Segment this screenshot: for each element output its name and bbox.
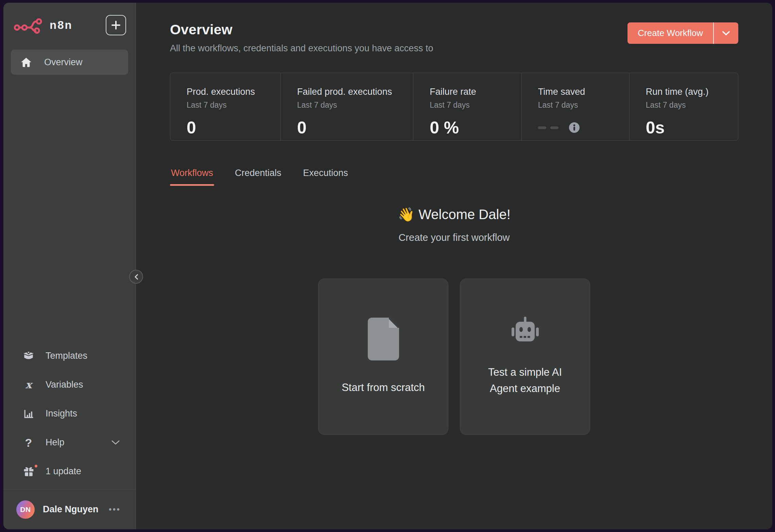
welcome-section: 👋 Welcome Dale! Create your first workfl… bbox=[170, 207, 738, 435]
card-label-line1: Test a simple AI bbox=[488, 366, 562, 378]
app-window: n8n Overview bbox=[3, 3, 772, 529]
main-content: Overview All the workflows, credentials … bbox=[136, 3, 772, 529]
sidebar-collapse-button[interactable] bbox=[129, 270, 143, 284]
sidebar-item-label: Templates bbox=[46, 351, 87, 361]
sidebar-item-label: Overview bbox=[44, 57, 83, 68]
welcome-prompt: Create your first workflow bbox=[170, 232, 738, 243]
sidebar-item-templates[interactable]: Templates bbox=[3, 341, 136, 370]
chevron-left-icon bbox=[134, 273, 139, 280]
stat-period: Last 7 days bbox=[538, 101, 622, 110]
user-menu-dots-icon[interactable]: ••• bbox=[109, 504, 121, 514]
stat-value: 0 bbox=[297, 118, 406, 138]
stat-value: 0 % bbox=[430, 118, 515, 138]
stat-card-failure-rate: Failure rate Last 7 days 0 % bbox=[413, 73, 521, 140]
user-name: Dale Nguyen bbox=[43, 504, 99, 515]
stat-title: Failed prod. executions bbox=[297, 87, 406, 97]
stats-bar: Prod. executions Last 7 days 0 Failed pr… bbox=[170, 73, 738, 141]
sidebar-item-variables[interactable]: x Variables bbox=[3, 370, 136, 399]
dash bbox=[550, 126, 558, 129]
page-subtitle: All the workflows, credentials and execu… bbox=[170, 43, 738, 54]
box-icon bbox=[22, 351, 35, 361]
avatar[interactable]: DN bbox=[16, 500, 35, 519]
plus-icon bbox=[111, 20, 121, 30]
sidebar-item-updates[interactable]: 1 update bbox=[3, 457, 136, 486]
notification-dot bbox=[34, 464, 38, 468]
stat-value: 0s bbox=[646, 118, 731, 138]
logo-row: n8n bbox=[3, 3, 136, 47]
robot-icon bbox=[507, 317, 543, 349]
stat-card-prod-executions: Prod. executions Last 7 days 0 bbox=[170, 73, 280, 140]
sidebar-item-insights[interactable]: Insights bbox=[3, 399, 136, 428]
sidebar-item-overview[interactable]: Overview bbox=[11, 50, 128, 75]
gift-icon bbox=[23, 466, 35, 477]
stat-title: Failure rate bbox=[430, 87, 515, 97]
bar-chart-icon bbox=[23, 408, 34, 419]
sidebar: n8n Overview bbox=[3, 3, 136, 529]
variable-x-icon: x bbox=[25, 379, 32, 390]
stat-card-run-time: Run time (avg.) Last 7 days 0s bbox=[629, 73, 738, 140]
create-workflow-label[interactable]: Create Workflow bbox=[627, 22, 713, 44]
stat-period: Last 7 days bbox=[646, 101, 731, 110]
card-label-line2: Agent example bbox=[490, 383, 560, 394]
starter-cards-row: Start from scratch bbox=[170, 279, 738, 435]
create-workflow-dropdown[interactable] bbox=[714, 22, 738, 44]
stat-card-failed-prod-executions: Failed prod. executions Last 7 days 0 bbox=[280, 73, 413, 140]
stat-title: Time saved bbox=[538, 87, 622, 97]
stat-value-placeholder bbox=[538, 122, 622, 133]
stat-period: Last 7 days bbox=[430, 101, 515, 110]
file-icon bbox=[368, 318, 399, 360]
welcome-greeting: 👋 Welcome Dale! bbox=[170, 207, 738, 223]
sidebar-item-label: 1 update bbox=[46, 466, 81, 477]
tab-executions[interactable]: Executions bbox=[302, 168, 349, 186]
create-workflow-button[interactable]: Create Workflow bbox=[627, 22, 738, 44]
sidebar-item-label: Help bbox=[46, 437, 65, 448]
n8n-logo-icon bbox=[14, 16, 44, 34]
tabs-row: Workflows Credentials Executions bbox=[170, 168, 738, 186]
sidebar-item-label: Variables bbox=[46, 379, 83, 390]
ai-agent-example-card[interactable]: Test a simple AI Agent example bbox=[460, 279, 590, 435]
home-icon bbox=[20, 57, 32, 68]
question-icon: ? bbox=[25, 437, 32, 448]
stat-card-time-saved: Time saved Last 7 days bbox=[521, 73, 629, 140]
sidebar-item-label: Insights bbox=[46, 408, 77, 419]
info-icon[interactable] bbox=[569, 122, 580, 133]
sidebar-spacer bbox=[3, 75, 136, 341]
start-from-scratch-card[interactable]: Start from scratch bbox=[318, 279, 448, 435]
stat-title: Run time (avg.) bbox=[646, 87, 731, 97]
stat-value: 0 bbox=[187, 118, 274, 138]
chevron-down-icon bbox=[722, 31, 730, 36]
dash bbox=[538, 126, 546, 129]
add-workflow-button[interactable] bbox=[106, 15, 126, 35]
stat-period: Last 7 days bbox=[187, 101, 274, 110]
sidebar-item-help[interactable]: ? Help bbox=[3, 428, 136, 457]
stat-period: Last 7 days bbox=[297, 101, 406, 110]
sidebar-bottom-nav: Templates x Variables Insights bbox=[3, 341, 136, 489]
tab-workflows[interactable]: Workflows bbox=[170, 168, 214, 186]
chevron-down-icon bbox=[111, 440, 120, 445]
logo-text: n8n bbox=[50, 19, 73, 32]
card-label: Test a simple AI Agent example bbox=[488, 364, 562, 397]
tab-credentials[interactable]: Credentials bbox=[234, 168, 282, 186]
user-section[interactable]: DN Dale Nguyen ••• bbox=[3, 489, 136, 529]
stat-title: Prod. executions bbox=[187, 87, 274, 97]
card-label: Start from scratch bbox=[342, 379, 425, 396]
